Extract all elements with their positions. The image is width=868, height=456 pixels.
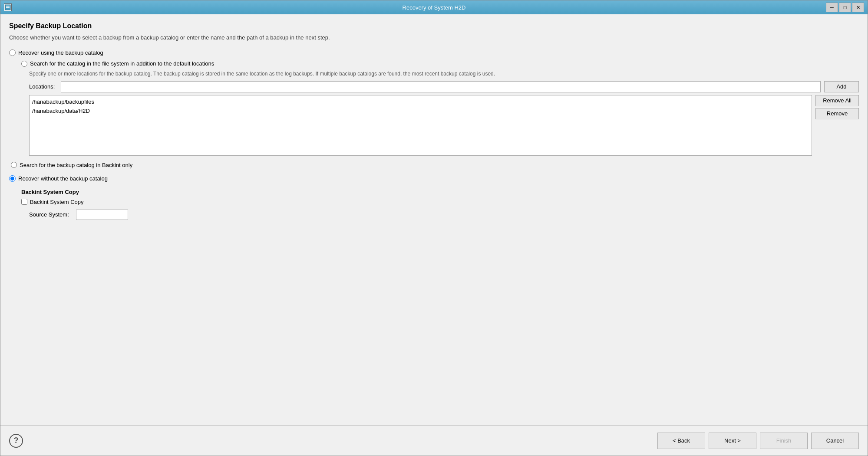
- minimize-button[interactable]: ─: [826, 3, 838, 12]
- locations-label: Locations:: [29, 83, 57, 90]
- back-button[interactable]: < Back: [657, 433, 705, 449]
- main-window: Recovery of System H2D ─ □ ✕ Specify Bac…: [0, 0, 868, 456]
- search-filesystem-text: Search for the catalog in the file syste…: [30, 60, 214, 67]
- page-description: Choose whether you want to select a back…: [9, 34, 859, 41]
- recover-without-catalog-section: Recover without the backup catalog: [9, 175, 859, 182]
- footer-left: ?: [9, 434, 23, 448]
- recover-using-catalog-text: Recover using the backup catalog: [18, 49, 103, 56]
- backint-system-copy-checkbox-label[interactable]: Backint System Copy: [21, 199, 859, 205]
- recover-without-catalog-text: Recover without the backup catalog: [18, 175, 108, 182]
- list-item: /hanabackup/data/H2D: [31, 106, 810, 116]
- window-title: Recovery of System H2D: [403, 4, 466, 11]
- locations-row: Locations: Add: [29, 81, 859, 92]
- listbox-buttons: Remove All Remove: [815, 95, 859, 156]
- finish-button[interactable]: Finish: [760, 433, 808, 449]
- page-title: Specify Backup Location: [9, 22, 859, 30]
- titlebar: Recovery of System H2D ─ □ ✕: [0, 0, 868, 14]
- remove-button[interactable]: Remove: [815, 108, 859, 119]
- source-system-label: Source System:: [29, 211, 73, 218]
- search-filesystem-radio-label[interactable]: Search for the catalog in the file syste…: [21, 60, 859, 67]
- titlebar-left: [4, 3, 12, 11]
- backint-section: Backint System Copy Backint System Copy …: [9, 189, 859, 220]
- close-button[interactable]: ✕: [852, 3, 864, 12]
- remove-all-button[interactable]: Remove All: [815, 95, 859, 106]
- recover-using-catalog-radio-label[interactable]: Recover using the backup catalog: [9, 49, 859, 56]
- recover-using-catalog-radio[interactable]: [9, 49, 16, 56]
- svg-rect-2: [6, 7, 10, 8]
- recover-without-catalog-radio[interactable]: [9, 175, 16, 182]
- search-backint-radio-label[interactable]: Search for the backup catalog in Backint…: [11, 162, 859, 168]
- footer: ? < Back Next > Finish Cancel: [0, 425, 868, 456]
- source-system-input[interactable]: [76, 210, 128, 220]
- footer-right: < Back Next > Finish Cancel: [657, 433, 859, 449]
- search-backint-radio[interactable]: [11, 162, 17, 168]
- help-button[interactable]: ?: [9, 434, 23, 448]
- locations-input[interactable]: [61, 81, 821, 92]
- app-icon: [4, 3, 12, 11]
- cancel-button[interactable]: Cancel: [811, 433, 859, 449]
- locations-list-wrapper: /hanabackup/backupfiles /hanabackup/data…: [29, 95, 859, 156]
- recover-catalog-section: Recover using the backup catalog Search …: [9, 49, 859, 168]
- next-button[interactable]: Next >: [709, 433, 756, 449]
- backint-system-copy-checkbox[interactable]: [21, 199, 27, 205]
- search-filesystem-radio[interactable]: [21, 61, 27, 67]
- titlebar-controls: ─ □ ✕: [826, 3, 864, 12]
- backint-section-title: Backint System Copy: [21, 189, 859, 195]
- svg-rect-1: [6, 6, 10, 7]
- list-item: /hanabackup/backupfiles: [31, 97, 810, 107]
- maximize-button[interactable]: □: [839, 3, 851, 12]
- backint-system-copy-text: Backint System Copy: [30, 199, 84, 205]
- search-backint-text: Search for the backup catalog in Backint…: [20, 162, 132, 168]
- source-system-row: Source System:: [29, 210, 859, 220]
- add-button[interactable]: Add: [824, 81, 859, 92]
- locations-listbox[interactable]: /hanabackup/backupfiles /hanabackup/data…: [29, 95, 812, 156]
- recover-without-catalog-radio-label[interactable]: Recover without the backup catalog: [9, 175, 859, 182]
- main-content: Specify Backup Location Choose whether y…: [0, 14, 868, 425]
- hint-text: Specify one or more locations for the ba…: [29, 70, 859, 78]
